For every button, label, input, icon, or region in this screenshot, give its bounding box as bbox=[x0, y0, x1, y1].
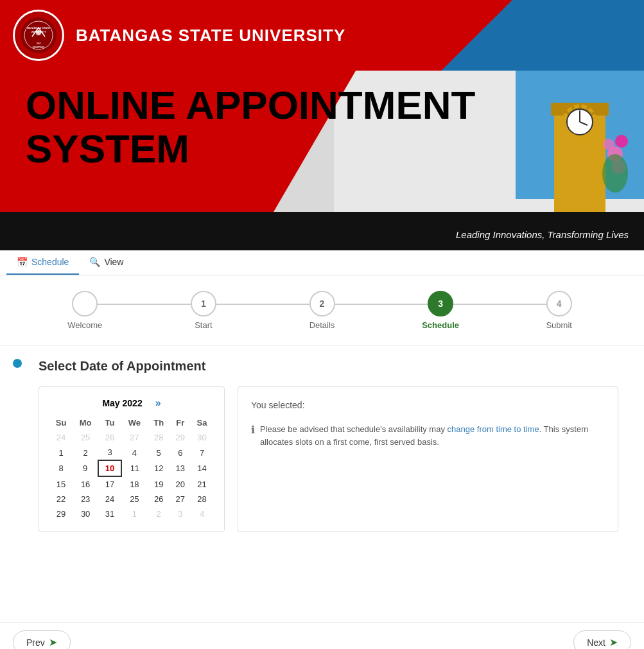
step-submit[interactable]: 4 Submit bbox=[500, 291, 618, 330]
calendar-day[interactable]: 9 bbox=[73, 460, 98, 476]
col-mo: Mo bbox=[73, 415, 98, 430]
calendar-day[interactable]: 17 bbox=[98, 476, 121, 492]
step-schedule-circle: 3 bbox=[428, 291, 453, 316]
clock-tower-decor bbox=[516, 71, 644, 250]
calendar-day[interactable]: 8 bbox=[49, 460, 73, 476]
step-schedule-label: Schedule bbox=[422, 320, 459, 330]
calendar-day[interactable]: 6 bbox=[170, 445, 191, 460]
svg-text:PHILIPPINES: PHILIPPINES bbox=[33, 46, 45, 49]
calendar-day[interactable]: 19 bbox=[148, 476, 170, 492]
calendar-day[interactable]: 14 bbox=[191, 460, 213, 476]
calendar-day[interactable]: 26 bbox=[148, 492, 170, 506]
calendar-day[interactable]: 30 bbox=[73, 506, 98, 521]
selection-box: You selected: ℹ Please be advised that s… bbox=[238, 386, 618, 532]
calendar-day[interactable]: 24 bbox=[98, 492, 121, 506]
section-indicator bbox=[13, 359, 22, 368]
info-text-content: Please be advised that schedule's availa… bbox=[260, 424, 588, 447]
tab-schedule-label: Schedule bbox=[31, 257, 69, 267]
step-submit-number: 4 bbox=[557, 299, 562, 309]
calendar-day[interactable]: 12 bbox=[148, 460, 170, 476]
info-icon: ℹ bbox=[251, 424, 255, 436]
next-button[interactable]: Next ➤ bbox=[573, 630, 631, 649]
info-text: Please be advised that schedule's availa… bbox=[260, 423, 605, 448]
header-top: BATANGAS STATE UNIVERSITY 1963 PHILIPPIN… bbox=[0, 0, 644, 71]
calendar-header: May 2022 » bbox=[49, 397, 214, 409]
step-welcome[interactable]: Welcome bbox=[26, 291, 144, 330]
calendar-day[interactable]: 3 bbox=[170, 506, 191, 521]
calendar-day[interactable]: 25 bbox=[73, 430, 98, 445]
nav-tabs: 📅 Schedule 🔍 View bbox=[0, 250, 644, 275]
prev-button[interactable]: Prev ➤ bbox=[13, 630, 71, 649]
calendar-day[interactable]: 23 bbox=[73, 492, 98, 506]
step-start-label: Start bbox=[195, 320, 212, 330]
step-submit-label: Submit bbox=[546, 320, 571, 330]
calendar-day[interactable]: 18 bbox=[121, 476, 148, 492]
calendar-next-nav[interactable]: » bbox=[155, 397, 161, 409]
calendar-day[interactable]: 26 bbox=[98, 430, 121, 445]
calendar-day[interactable]: 3 bbox=[98, 445, 121, 460]
tab-schedule[interactable]: 📅 Schedule bbox=[6, 250, 79, 275]
calendar-day[interactable]: 24 bbox=[49, 430, 73, 445]
calendar-grid: Su Mo Tu We Th Fr Sa 2425262728293012345… bbox=[49, 415, 214, 521]
calendar-day[interactable]: 30 bbox=[191, 430, 213, 445]
main-content: Select Date of Appointment May 2022 » Su… bbox=[0, 346, 644, 622]
university-logo: BATANGAS STATE UNIVERSITY 1963 PHILIPPIN… bbox=[13, 10, 64, 61]
calendar-day[interactable]: 29 bbox=[170, 430, 191, 445]
calendar-day[interactable]: 13 bbox=[170, 460, 191, 476]
col-th: Th bbox=[148, 415, 170, 430]
calendar-day[interactable]: 31 bbox=[98, 506, 121, 521]
svg-text:1963: 1963 bbox=[37, 42, 41, 45]
calendar-day[interactable]: 10 bbox=[98, 460, 121, 476]
col-tu: Tu bbox=[98, 415, 121, 430]
step-submit-circle: 4 bbox=[546, 291, 572, 316]
you-selected-label: You selected: bbox=[251, 400, 605, 410]
calendar-day[interactable]: 28 bbox=[191, 492, 213, 506]
section-dot bbox=[13, 359, 22, 368]
step-details-number: 2 bbox=[320, 299, 325, 309]
calendar-box: May 2022 » Su Mo Tu We Th Fr Sa 24252 bbox=[39, 386, 225, 532]
calendar-day[interactable]: 21 bbox=[191, 476, 213, 492]
prev-icon: ➤ bbox=[49, 636, 57, 648]
step-details-label: Details bbox=[309, 320, 335, 330]
calendar-day[interactable]: 27 bbox=[121, 430, 148, 445]
info-highlight1: change from time to bbox=[448, 424, 521, 434]
col-sa: Sa bbox=[191, 415, 213, 430]
calendar-day[interactable]: 4 bbox=[191, 506, 213, 521]
calendar-day[interactable]: 28 bbox=[148, 430, 170, 445]
title-line2: SYSTEM bbox=[26, 127, 475, 171]
col-su: Su bbox=[49, 415, 73, 430]
calendar-day[interactable]: 15 bbox=[49, 476, 73, 492]
calendar-day[interactable]: 5 bbox=[148, 445, 170, 460]
step-welcome-circle bbox=[72, 291, 98, 316]
calendar-day[interactable]: 29 bbox=[49, 506, 73, 521]
step-details[interactable]: 2 Details bbox=[263, 291, 381, 330]
step-start-number: 1 bbox=[201, 299, 206, 309]
calendar-day[interactable]: 25 bbox=[121, 492, 148, 506]
calendar-day[interactable]: 4 bbox=[121, 445, 148, 460]
schedule-icon: 📅 bbox=[17, 257, 28, 267]
col-we: We bbox=[121, 415, 148, 430]
svg-point-20 bbox=[615, 135, 628, 148]
step-schedule[interactable]: 3 Schedule bbox=[381, 291, 500, 330]
calendar-day[interactable]: 11 bbox=[121, 460, 148, 476]
system-title: ONLINE APPOINTMENT SYSTEM bbox=[26, 83, 475, 171]
calendar-day[interactable]: 1 bbox=[49, 445, 73, 460]
step-start[interactable]: 1 Start bbox=[144, 291, 263, 330]
calendar-day[interactable]: 7 bbox=[191, 445, 213, 460]
step-welcome-label: Welcome bbox=[67, 320, 102, 330]
calendar-day[interactable]: 22 bbox=[49, 492, 73, 506]
col-fr: Fr bbox=[170, 415, 191, 430]
next-label: Next bbox=[587, 637, 605, 648]
calendar-day[interactable]: 2 bbox=[73, 445, 98, 460]
step-details-circle: 2 bbox=[309, 291, 335, 316]
calendar-day[interactable]: 27 bbox=[170, 492, 191, 506]
tab-view[interactable]: 🔍 View bbox=[79, 250, 134, 275]
info-notice: ℹ Please be advised that schedule's avai… bbox=[251, 423, 605, 448]
step-schedule-number: 3 bbox=[438, 299, 443, 309]
calendar-day[interactable]: 20 bbox=[170, 476, 191, 492]
svg-point-23 bbox=[602, 154, 628, 193]
calendar-day[interactable]: 16 bbox=[73, 476, 98, 492]
calendar-day[interactable]: 2 bbox=[148, 506, 170, 521]
calendar-day[interactable]: 1 bbox=[121, 506, 148, 521]
svg-point-4 bbox=[36, 30, 41, 35]
